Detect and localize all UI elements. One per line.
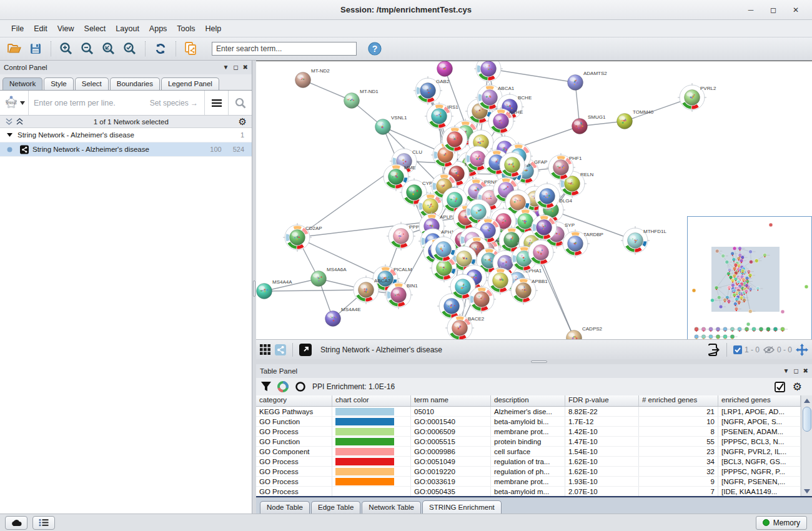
network-tree-root-row[interactable]: String Network - Alzheimer's disease 1 (0, 128, 252, 142)
tab-legend-panel[interactable]: Legend Panel (161, 77, 219, 90)
pan-navigation-icon[interactable] (796, 344, 808, 356)
tree-expander-icon[interactable] (7, 132, 12, 137)
menu-layout[interactable]: Layout (111, 22, 144, 36)
panel-menu-icon[interactable]: ▼ (783, 368, 789, 374)
table-row[interactable]: GO ComponentGO:0009986cell surface1.54E-… (256, 447, 801, 457)
zoom-fit-button[interactable] (99, 40, 118, 57)
string-search-button[interactable] (228, 91, 252, 115)
tab-network-table[interactable]: Network Table (362, 501, 421, 514)
chart-donut-icon[interactable] (277, 381, 289, 392)
birdseye-toggle-icon[interactable] (275, 344, 286, 355)
menu-file[interactable]: File (6, 22, 29, 36)
scrollbar-track[interactable] (802, 405, 812, 486)
menu-select[interactable]: Select (79, 22, 111, 36)
menu-help[interactable]: Help (201, 22, 227, 36)
network-node[interactable]: PVRL2 (678, 83, 716, 112)
scrollbar-thumb[interactable] (803, 407, 811, 432)
table-row[interactable]: GO FunctionGO:0001540beta-amyloid bi...1… (256, 417, 801, 427)
open-session-button[interactable] (5, 40, 24, 57)
menu-edit[interactable]: Edit (29, 22, 52, 36)
select-terms-checkbox-icon[interactable] (775, 382, 785, 392)
network-node[interactable]: CD2AP (283, 223, 322, 252)
zoom-out-button[interactable] (78, 40, 97, 57)
panel-float-icon[interactable]: ◻ (233, 64, 238, 71)
network-node[interactable]: VSNL1 (375, 115, 407, 135)
network-tree-child-row[interactable]: String Network - Alzheimer's disease 100… (0, 142, 252, 157)
clone-network-button[interactable] (182, 40, 201, 57)
horizontal-splitter[interactable] (256, 359, 812, 364)
network-node[interactable]: IRS1 (425, 102, 458, 131)
column-header--enriched-genes[interactable]: # enriched genes (639, 395, 718, 406)
filter-icon[interactable] (261, 382, 271, 392)
network-node[interactable]: MT-ND1 (344, 89, 379, 109)
splitter-grip[interactable] (531, 360, 547, 363)
network-node[interactable] (437, 61, 453, 77)
tab-node-table[interactable]: Node Table (260, 501, 310, 514)
table-row[interactable]: GO FunctionGO:0005515protein binding1.47… (256, 437, 801, 447)
table-row[interactable]: KEGG Pathways05010Alzheimer's dise...8.8… (256, 407, 801, 417)
network-options-gear-icon[interactable]: ⚙ (239, 117, 247, 126)
string-options-button[interactable] (204, 91, 228, 115)
panel-menu-icon[interactable]: ▼ (222, 64, 229, 71)
tab-string-enrichment[interactable]: STRING Enrichment (422, 500, 502, 514)
panel-float-icon[interactable]: ◻ (793, 368, 798, 374)
string-query-input[interactable] (29, 99, 150, 107)
network-node[interactable] (474, 61, 503, 83)
tab-style[interactable]: Style (44, 77, 74, 90)
export-network-icon[interactable] (706, 343, 720, 357)
network-node[interactable]: ADAMTS2 (568, 71, 608, 91)
menu-apps[interactable]: Apps (144, 22, 172, 36)
refresh-button[interactable] (151, 40, 170, 57)
table-row[interactable]: GO ProcessGO:0051049regulation of tra...… (256, 457, 801, 467)
task-history-button[interactable] (32, 516, 55, 530)
string-protein-query-dropdown[interactable]: STRING (0, 91, 29, 115)
network-node[interactable]: MS4A6A (311, 267, 347, 287)
table-row[interactable]: GO ProcessGO:0006509membrane prot...1.42… (256, 427, 801, 437)
table-row[interactable]: GO ProcessGO:0033619membrane prot...1.93… (256, 477, 801, 487)
save-session-button[interactable] (26, 40, 45, 57)
help-button[interactable]: ? (365, 40, 384, 57)
table-row[interactable]: GO ProcessGO:0050435beta-amyloid m...2.0… (256, 487, 801, 496)
tab-edge-table[interactable]: Edge Table (311, 501, 360, 514)
network-node[interactable]: GAB2 (413, 76, 450, 105)
network-node[interactable]: MT-ND2 (295, 68, 330, 88)
column-header-fdr-p-value[interactable]: FDR p-value (565, 395, 639, 406)
zoom-selected-button[interactable] (121, 40, 139, 57)
expand-all-icon[interactable] (16, 118, 24, 126)
ring-chart-icon[interactable] (295, 381, 306, 392)
zoom-in-button[interactable] (57, 40, 76, 57)
column-header-description[interactable]: description (491, 395, 565, 406)
maximize-button[interactable]: ◻ (765, 3, 782, 17)
column-header-category[interactable]: category (256, 395, 332, 406)
column-header-term-name[interactable]: term name (411, 395, 491, 406)
network-canvas[interactable]: MT-ND2MT-ND1VSNL1GAB2IRS1CHATABCA1BCHEAC… (256, 61, 812, 339)
column-header-enriched-genes[interactable]: enriched genes (718, 395, 801, 406)
tab-boundaries[interactable]: Boundaries (110, 77, 160, 90)
cloud-tasks-button[interactable] (5, 516, 27, 530)
column-header-chart-color[interactable]: chart color (332, 395, 411, 406)
splitter-grip[interactable] (253, 280, 255, 297)
fullscreen-icon[interactable] (299, 344, 312, 356)
tab-select[interactable]: Select (75, 77, 109, 90)
panel-close-icon[interactable]: ✖ (243, 64, 248, 71)
network-node[interactable]: MS4A4E (325, 307, 361, 327)
network-node[interactable]: MTHFD1L (621, 226, 666, 255)
menu-view[interactable]: View (52, 22, 79, 36)
menu-tools[interactable]: Tools (172, 22, 200, 36)
set-species-label[interactable]: Set species → (150, 99, 204, 107)
table-row[interactable]: GO ProcessGO:0019220regulation of ph...1… (256, 467, 801, 477)
grid-view-icon[interactable] (260, 344, 271, 355)
collapse-all-icon[interactable] (5, 118, 13, 126)
scroll-down-button[interactable] (802, 486, 812, 496)
table-vertical-scrollbar[interactable] (801, 395, 812, 496)
scroll-up-button[interactable] (802, 395, 812, 405)
panel-close-icon[interactable]: ✖ (803, 368, 808, 374)
tab-network[interactable]: Network (2, 77, 42, 90)
minimize-button[interactable]: ─ (742, 3, 760, 17)
memory-button[interactable]: Memory (756, 516, 807, 530)
network-node[interactable]: CADPS2 (567, 326, 603, 339)
network-node[interactable]: TOMM40 (617, 109, 654, 129)
enrichment-settings-gear-icon[interactable]: ⚙ (793, 382, 802, 392)
search-input[interactable] (212, 42, 357, 56)
birdseye-view[interactable] (687, 216, 812, 339)
